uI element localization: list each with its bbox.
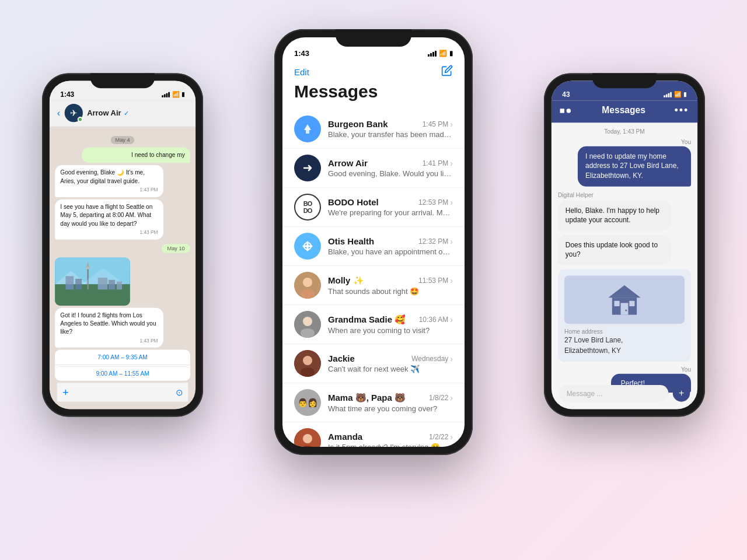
right-input-bar: Message ... + (559, 384, 690, 401)
chevron-icon: › (450, 159, 453, 168)
compose-button[interactable] (441, 65, 453, 79)
back-dot-2 (567, 108, 571, 113)
bodo-name: BODO Hotel (328, 197, 379, 207)
chevron-icon: › (450, 354, 453, 363)
molly-content: Molly ✨ 11:53 PM › That sounds about rig… (328, 275, 453, 296)
message-input[interactable]: Message ... (559, 385, 669, 402)
message-list: Burgeon Bank 1:45 PM › Blake, your trans… (282, 110, 465, 447)
conversation-bodo[interactable]: BODO BODO Hotel 12:53 PM › We're prepari… (282, 188, 465, 227)
message-placeholder: Message ... (567, 389, 603, 397)
svg-point-28 (303, 434, 312, 443)
bodo-time: 12:53 PM › (418, 198, 453, 207)
signal-icon (162, 92, 170, 97)
voice-record-button[interactable]: ⊙ (176, 387, 183, 397)
user-message-1: I need to update my home address to 27 L… (578, 146, 691, 187)
contact-avatar: ✈ (65, 104, 83, 122)
right-signal-icon (664, 92, 672, 97)
verified-badge: ✓ (124, 110, 129, 117)
svg-rect-34 (629, 301, 634, 306)
svg-rect-32 (621, 303, 629, 314)
arrow-content: Arrow Air 1:41 PM › Good evening, Blake.… (328, 158, 453, 178)
right-notch (592, 74, 657, 89)
molly-avatar-svg (294, 272, 321, 299)
right-chat-messages: Today, 1:43 PM You I need to update my h… (551, 123, 697, 403)
options-menu-button[interactable]: ••• (675, 104, 689, 116)
svg-rect-2 (87, 268, 89, 289)
right-wifi-icon: 📶 (674, 91, 682, 98)
svg-rect-14 (306, 130, 309, 134)
burgeon-preview: Blake, your transfer has been made 🏦 (328, 130, 453, 139)
you-label-2: You (558, 366, 691, 373)
wifi-icon: 📶 (172, 91, 180, 98)
conversation-jackie[interactable]: Jackie Wednesday › Can't wait for next w… (282, 344, 465, 383)
right-battery-icon: ▮ (683, 91, 687, 98)
conversation-grandma[interactable]: Grandma Sadie 🥰 10:36 AM › When are you … (282, 305, 465, 344)
center-battery-icon: ▮ (449, 50, 453, 57)
date-badge-may4: May 4 (55, 134, 190, 144)
send-button[interactable]: + (673, 384, 690, 401)
mama-time: 1/8/22 › (429, 393, 453, 402)
conversation-amanda[interactable]: Amanda 1/2/22 › Is it 5pm already? I'm s… (282, 422, 465, 447)
house-icon (606, 282, 643, 317)
conversation-mama[interactable]: 👨‍👩 Mama 🐻, Papa 🐻 1/8/22 › What time ar… (282, 383, 465, 422)
jackie-avatar (294, 350, 321, 377)
conversation-arrow[interactable]: Arrow Air 1:41 PM › Good evening, Blake.… (282, 149, 465, 188)
received-msg-1: Good evening, Blake 🌙 It's me, Aries, yo… (55, 165, 163, 197)
arrow-icon-svg (299, 160, 316, 176)
house-illustration (564, 276, 685, 324)
left-time: 1:43 (60, 90, 74, 99)
seattle-image (55, 257, 130, 306)
grandma-avatar-svg (294, 311, 321, 338)
chevron-icon: › (450, 120, 453, 129)
amanda-time: 1/2/22 › (429, 432, 453, 442)
burgeon-content: Burgeon Bank 1:45 PM › Blake, your trans… (328, 119, 453, 139)
svg-point-25 (303, 356, 312, 365)
agent-message-1: Hello, Blake. I'm happy to help update y… (558, 200, 671, 230)
edit-button[interactable]: Edit (294, 67, 309, 77)
jackie-avatar-svg (294, 350, 321, 377)
otis-name-row: Otis Health 12:32 PM › (328, 236, 453, 246)
bodo-avatar: BODO (294, 194, 321, 220)
grandma-avatar (294, 311, 321, 338)
arrow-name-row: Arrow Air 1:41 PM › (328, 158, 453, 168)
address-value: 27 Love Bird Lane, Elizabethtown, KY (564, 336, 685, 355)
left-chat-header: ‹ ✈ Arrow Air ✓ (50, 101, 196, 127)
svg-point-22 (303, 317, 312, 326)
otis-preview: Blake, you have an appointment on May 5 … (328, 247, 453, 256)
grandma-name: Grandma Sadie 🥰 (328, 314, 406, 325)
right-messages-title: Messages (602, 104, 645, 115)
left-input-bar: + ⊙ (57, 383, 188, 402)
mama-name: Mama 🐻, Papa 🐻 (328, 393, 406, 403)
flight-options: 7:00 AM – 9:35 AM 9:00 AM – 11:55 AM (55, 350, 190, 381)
back-button[interactable]: ‹ (57, 107, 61, 118)
right-header-left (560, 105, 573, 115)
molly-name: Molly ✨ (328, 275, 364, 286)
back-dot (560, 108, 564, 113)
center-header-top: Edit (294, 65, 453, 79)
burgeon-icon-svg (299, 121, 316, 137)
conversation-molly[interactable]: Molly ✨ 11:53 PM › That sounds about rig… (282, 266, 465, 305)
svg-point-20 (301, 289, 315, 299)
flight-option-1[interactable]: 7:00 AM – 9:35 AM (55, 351, 190, 364)
date-badge-may10: May 10 (162, 244, 190, 253)
otis-time: 12:32 PM › (418, 237, 453, 246)
agent-label: Digital Helper (558, 192, 691, 198)
arrow-preview: Good evening, Blake. Would you like to c… (328, 169, 453, 178)
chevron-icon: › (450, 237, 453, 246)
conversation-burgeon[interactable]: Burgeon Bank 1:45 PM › Blake, your trans… (282, 110, 465, 149)
conversation-otis[interactable]: Otis Health 12:32 PM › Blake, you have a… (282, 227, 465, 266)
right-phone: 43 📶 ▮ Messages ••• Today (544, 74, 705, 417)
arrow-avatar (294, 155, 321, 181)
jackie-preview: Can't wait for next week ✈️ (328, 365, 453, 373)
burgeon-avatar (294, 116, 321, 142)
bodo-content: BODO Hotel 12:53 PM › We're preparing fo… (328, 197, 453, 217)
messages-title: Messages (294, 79, 453, 106)
chevron-icon: › (450, 198, 453, 207)
mama-avatar: 👨‍👩 (294, 389, 321, 416)
svg-point-35 (625, 310, 627, 312)
sent-change: I need to change my (55, 148, 190, 163)
burgeon-name: Burgeon Bank (328, 119, 388, 129)
left-notch (90, 74, 155, 89)
add-attachment-button[interactable]: + (62, 386, 69, 398)
flight-option-2[interactable]: 9:00 AM – 11:55 AM (55, 366, 190, 380)
